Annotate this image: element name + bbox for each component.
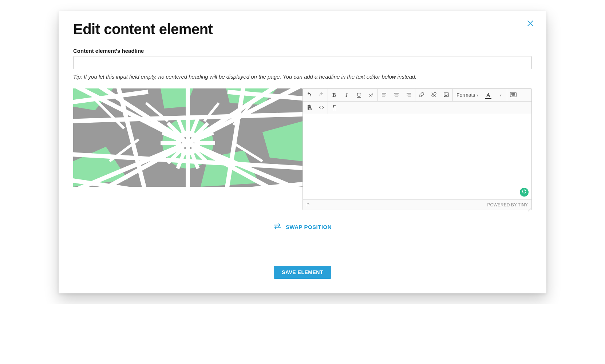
undo-button[interactable] [303,89,315,101]
keyboard-button[interactable] [507,89,519,101]
bold-icon: B [332,92,336,98]
content-row: B I U x² [73,88,532,210]
close-icon [526,19,534,29]
undo-icon [306,92,312,99]
link-icon [419,92,424,99]
text-color-button[interactable]: A [482,89,494,101]
save-element-button[interactable]: SAVE ELEMENT [274,266,331,279]
formats-dropdown[interactable]: Formats ▾ [453,89,482,101]
align-left-icon [381,92,387,99]
close-button[interactable] [525,19,535,29]
editor-toolbar-row2: T ¶ [303,102,531,114]
modal-title: Edit content element [73,21,532,37]
svg-rect-50 [513,93,514,94]
svg-rect-56 [512,95,515,96]
superscript-icon: x² [369,92,373,98]
text-color-icon: A [485,92,491,98]
swap-icon [273,223,281,231]
chevron-down-icon: ▾ [477,93,478,97]
swap-row: SWAP POSITION [73,221,532,233]
redo-button[interactable] [315,89,328,101]
rich-text-editor: B I U x² [302,88,532,210]
unlink-button[interactable] [428,89,440,101]
italic-icon: I [346,92,348,98]
superscript-button[interactable]: x² [365,89,377,101]
source-code-button[interactable] [315,102,328,114]
code-icon [319,104,324,111]
edit-content-modal: Edit content element Content element's h… [59,11,546,293]
unlink-icon [431,92,437,99]
underline-button[interactable]: U [353,89,365,101]
editor-body[interactable] [303,114,531,199]
align-right-icon [406,92,412,99]
editor-path: P [307,202,309,207]
swap-position-button[interactable]: SWAP POSITION [270,221,335,233]
svg-rect-52 [511,94,512,95]
image-button[interactable] [440,89,452,101]
headline-label: Content element's headline [73,48,532,54]
headline-input[interactable] [73,56,532,69]
editor-column: B I U x² [302,88,532,210]
grammarly-icon [522,189,527,195]
placeholder-map-image[interactable] [73,88,302,187]
redo-icon [319,92,324,99]
align-center-icon [394,92,399,99]
editor-powered-by: POWERED BY TINY [487,202,528,207]
formats-label: Formats [456,92,475,98]
paste-text-icon: T [306,104,312,111]
resize-handle[interactable] [527,205,531,209]
svg-rect-51 [514,93,515,94]
save-label: SAVE ELEMENT [282,269,323,275]
paragraph-button[interactable]: ¶ [328,102,340,114]
grammarly-badge[interactable] [520,188,529,197]
swap-label: SWAP POSITION [286,224,332,230]
align-left-button[interactable] [378,89,390,101]
link-button[interactable] [415,89,428,101]
align-center-button[interactable] [390,89,403,101]
headline-tip: Tip: If you let this input field empty, … [73,74,532,80]
svg-point-46 [445,94,446,94]
svg-rect-48 [511,93,512,94]
image-column [73,88,302,210]
keyboard-icon [510,92,517,98]
svg-rect-55 [514,94,515,95]
italic-button[interactable]: I [340,89,353,101]
underline-icon: U [357,92,361,98]
align-right-button[interactable] [403,89,415,101]
text-color-menu-button[interactable]: ▾ [494,89,507,101]
editor-toolbar-row1: B I U x² [303,89,531,102]
svg-rect-49 [512,93,513,94]
pilcrow-icon: ¶ [332,104,336,112]
paste-text-button[interactable]: T [303,102,315,114]
chevron-down-icon: ▾ [500,93,502,97]
save-row: SAVE ELEMENT [73,266,532,279]
editor-footer: P POWERED BY TINY [303,199,531,210]
bold-button[interactable]: B [328,89,340,101]
svg-rect-53 [512,94,513,95]
svg-rect-54 [513,94,514,95]
image-icon [443,92,449,99]
